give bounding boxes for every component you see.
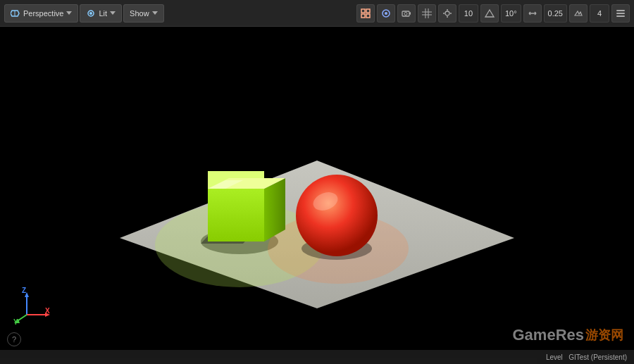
watermark-chinese-text: 游资网	[585, 327, 623, 344]
scale-snap-value[interactable]: 0.25	[544, 4, 567, 23]
camera-speed-value[interactable]: 4	[590, 4, 609, 23]
watermark-gameres-text: GameRes	[512, 326, 584, 344]
svg-point-17	[445, 11, 449, 15]
toolbar: Perspective Lit Show	[0, 0, 634, 27]
viewport-options-button[interactable]	[611, 4, 630, 23]
transform-button[interactable]	[356, 4, 375, 23]
svg-rect-7	[366, 14, 370, 18]
perspective-arrow	[66, 11, 72, 15]
camera2-button[interactable]	[397, 4, 416, 23]
svg-text:Z: Z	[22, 287, 26, 294]
help-button[interactable]: ?	[7, 332, 21, 346]
lit-label: Lit	[99, 9, 107, 18]
view-button[interactable]	[377, 4, 395, 23]
grid-button[interactable]	[418, 4, 436, 23]
lit-arrow	[110, 11, 116, 15]
status-bar: Level GITest (Persistent)	[0, 350, 634, 364]
perspective-label: Perspective	[23, 9, 63, 18]
svg-rect-30	[616, 15, 625, 17]
svg-point-3	[89, 12, 92, 15]
svg-rect-6	[361, 14, 365, 18]
show-arrow	[152, 11, 158, 15]
svg-rect-28	[616, 10, 625, 11]
watermark: GameRes 游资网	[512, 326, 623, 344]
camera-icon	[11, 8, 20, 18]
scale-snap-button[interactable]	[523, 4, 542, 23]
status-level: Level	[546, 353, 563, 361]
svg-marker-22	[485, 10, 494, 17]
perspective-button[interactable]: Perspective	[4, 4, 78, 23]
svg-point-12	[404, 12, 407, 15]
svg-marker-40	[208, 189, 264, 241]
svg-text:Y: Y	[13, 318, 18, 325]
scene-canvas[interactable]	[0, 34, 634, 350]
show-button[interactable]: Show	[123, 4, 164, 23]
svg-rect-4	[361, 9, 365, 13]
show-label: Show	[130, 9, 149, 18]
angle-snap-button[interactable]	[480, 4, 499, 23]
grid-snap-value[interactable]: 10	[459, 4, 478, 23]
svg-point-44	[296, 175, 378, 256]
status-name: GITest (Persistent)	[568, 353, 627, 361]
angle-snap-value[interactable]: 10°	[501, 4, 521, 23]
toolbar-left: Perspective Lit Show	[4, 4, 355, 23]
svg-text:X: X	[45, 307, 50, 315]
svg-point-9	[385, 12, 387, 15]
svg-rect-5	[366, 9, 370, 13]
status-text: Level GITest (Persistent)	[546, 353, 627, 361]
viewport: Perspective Lit Show	[0, 0, 634, 364]
svg-rect-29	[616, 13, 625, 14]
toolbar-right: 10 10°	[356, 4, 630, 23]
light-icon	[86, 8, 96, 18]
axes-indicator: Z X Y	[13, 287, 51, 325]
lit-button[interactable]: Lit	[80, 4, 122, 23]
snap-settings-button[interactable]	[438, 4, 456, 23]
camera-speed-button[interactable]	[569, 4, 588, 23]
